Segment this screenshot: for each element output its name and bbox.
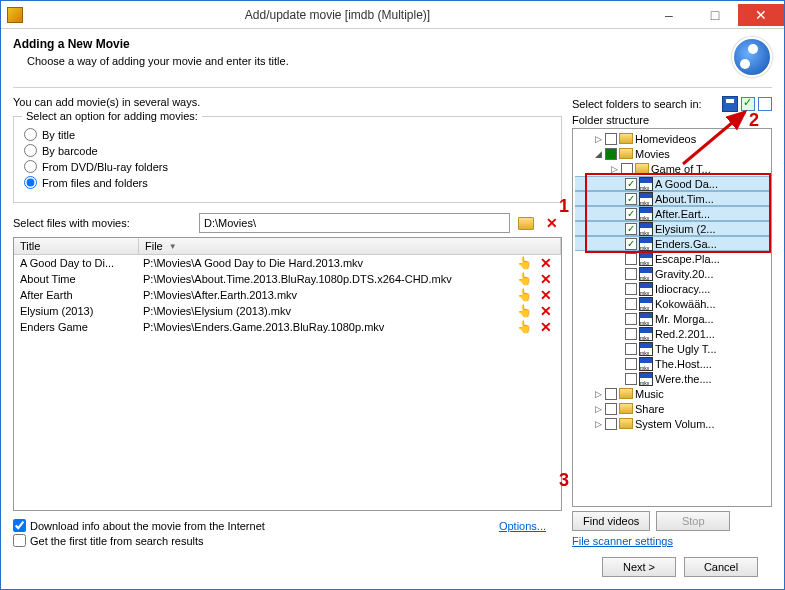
folder-icon <box>619 133 633 144</box>
node-checkbox[interactable] <box>625 223 637 235</box>
stop-button[interactable]: Stop <box>656 511 730 531</box>
first-title-checkbox[interactable] <box>13 534 26 547</box>
radio-from-dvd[interactable] <box>24 160 37 173</box>
tree-node[interactable]: After.Eart... <box>575 206 769 221</box>
add-option-group: Select an option for adding movies: By t… <box>13 116 562 203</box>
remove-row-button[interactable]: ✕ <box>540 271 552 287</box>
col-file[interactable]: File▼ <box>139 238 561 254</box>
table-row[interactable]: A Good Day to Di...P:\Movies\A Good Day … <box>14 255 561 271</box>
tree-node[interactable]: Elysium (2... <box>575 221 769 236</box>
tree-node[interactable]: Idiocracy.... <box>575 281 769 296</box>
expander-icon[interactable]: ▷ <box>593 389 603 399</box>
expander-icon[interactable]: ▷ <box>593 134 603 144</box>
tree-node[interactable]: ▷System Volum... <box>575 416 769 431</box>
col-title[interactable]: Title <box>14 238 139 254</box>
tree-node[interactable]: The.Host.... <box>575 356 769 371</box>
node-checkbox[interactable] <box>625 238 637 250</box>
remove-row-button[interactable]: ✕ <box>540 303 552 319</box>
expander-icon[interactable]: ▷ <box>593 419 603 429</box>
node-checkbox[interactable] <box>625 178 637 190</box>
expander-icon[interactable]: ◢ <box>593 149 603 159</box>
check-all-button[interactable] <box>741 97 755 111</box>
tree-node[interactable]: ◢Movies <box>575 146 769 161</box>
remove-row-button[interactable]: ✕ <box>540 255 552 271</box>
radio-by-title[interactable] <box>24 128 37 141</box>
folder-icon <box>635 163 649 174</box>
node-checkbox[interactable] <box>625 193 637 205</box>
browse-icon[interactable]: 👆 <box>517 272 532 286</box>
close-icon: ✕ <box>546 215 558 231</box>
mkv-icon <box>639 267 653 281</box>
browse-icon[interactable]: 👆 <box>517 256 532 270</box>
minimize-button[interactable]: – <box>646 4 692 26</box>
radio-from-files[interactable] <box>24 176 37 189</box>
folder-icon <box>619 148 633 159</box>
node-checkbox[interactable] <box>625 328 637 340</box>
node-checkbox[interactable] <box>625 313 637 325</box>
tree-node[interactable]: Were.the.... <box>575 371 769 386</box>
remove-row-button[interactable]: ✕ <box>540 287 552 303</box>
file-scanner-settings-link[interactable]: File scanner settings <box>572 535 772 547</box>
node-checkbox[interactable] <box>625 358 637 370</box>
tree-node[interactable]: ▷Game of T... <box>575 161 769 176</box>
mkv-icon <box>639 192 653 206</box>
node-checkbox[interactable] <box>625 268 637 280</box>
tree-node[interactable]: ▷Homevideos <box>575 131 769 146</box>
node-checkbox[interactable] <box>625 298 637 310</box>
node-checkbox[interactable] <box>625 253 637 265</box>
table-row[interactable]: Enders GameP:\Movies\Enders.Game.2013.Bl… <box>14 319 561 335</box>
expander-icon[interactable]: ▷ <box>609 164 619 174</box>
tree-node[interactable]: Escape.Pla... <box>575 251 769 266</box>
tree-node[interactable]: Enders.Ga... <box>575 236 769 251</box>
node-checkbox[interactable] <box>605 418 617 430</box>
download-info-checkbox[interactable] <box>13 519 26 532</box>
node-checkbox[interactable] <box>625 373 637 385</box>
node-checkbox[interactable] <box>605 403 617 415</box>
folder-icon <box>619 388 633 399</box>
node-checkbox[interactable] <box>625 283 637 295</box>
tree-node[interactable]: ▷Share <box>575 401 769 416</box>
mkv-icon <box>639 357 653 371</box>
options-link[interactable]: Options... <box>499 520 546 532</box>
table-row[interactable]: About TimeP:\Movies\About.Time.2013.BluR… <box>14 271 561 287</box>
app-icon <box>7 7 23 23</box>
node-checkbox[interactable] <box>605 148 617 160</box>
path-input[interactable] <box>199 213 510 233</box>
browse-icon[interactable]: 👆 <box>517 288 532 302</box>
sort-arrow-icon: ▼ <box>169 242 177 251</box>
tree-node[interactable]: The Ugly T... <box>575 341 769 356</box>
node-checkbox[interactable] <box>621 163 633 175</box>
tree-node[interactable]: Kokowääh... <box>575 296 769 311</box>
clear-path-button[interactable]: ✕ <box>542 213 562 233</box>
next-button[interactable]: Next > <box>602 557 676 577</box>
browse-icon[interactable]: 👆 <box>517 304 532 318</box>
tree-node[interactable]: Gravity.20... <box>575 266 769 281</box>
node-checkbox[interactable] <box>605 133 617 145</box>
tree-node[interactable]: A Good Da... <box>575 176 769 191</box>
mkv-icon <box>639 342 653 356</box>
table-row[interactable]: Elysium (2013)P:\Movies\Elysium (2013).m… <box>14 303 561 319</box>
table-body: A Good Day to Di...P:\Movies\A Good Day … <box>14 255 561 510</box>
uncheck-all-button[interactable] <box>758 97 772 111</box>
remove-row-button[interactable]: ✕ <box>540 319 552 335</box>
maximize-button[interactable]: □ <box>692 4 738 26</box>
tree-node[interactable]: Red.2.201... <box>575 326 769 341</box>
browse-folder-button[interactable] <box>516 213 536 233</box>
tree-node[interactable]: Mr. Morga... <box>575 311 769 326</box>
mkv-icon <box>639 282 653 296</box>
tree-node[interactable]: About.Tim... <box>575 191 769 206</box>
expander-icon[interactable]: ▷ <box>593 404 603 414</box>
node-checkbox[interactable] <box>605 388 617 400</box>
table-row[interactable]: After EarthP:\Movies\After.Earth.2013.mk… <box>14 287 561 303</box>
cancel-button[interactable]: Cancel <box>684 557 758 577</box>
tree-node[interactable]: ▷Music <box>575 386 769 401</box>
browse-icon[interactable]: 👆 <box>517 320 532 334</box>
find-videos-button[interactable]: Find videos <box>572 511 650 531</box>
close-button[interactable]: ✕ <box>738 4 784 26</box>
node-checkbox[interactable] <box>625 208 637 220</box>
window-title: Add/update movie [imdb (Multiple)] <box>29 8 646 22</box>
radio-by-barcode[interactable] <box>24 144 37 157</box>
select-folders-label: Select folders to search in: <box>572 98 702 110</box>
node-checkbox[interactable] <box>625 343 637 355</box>
save-icon[interactable] <box>722 96 738 112</box>
